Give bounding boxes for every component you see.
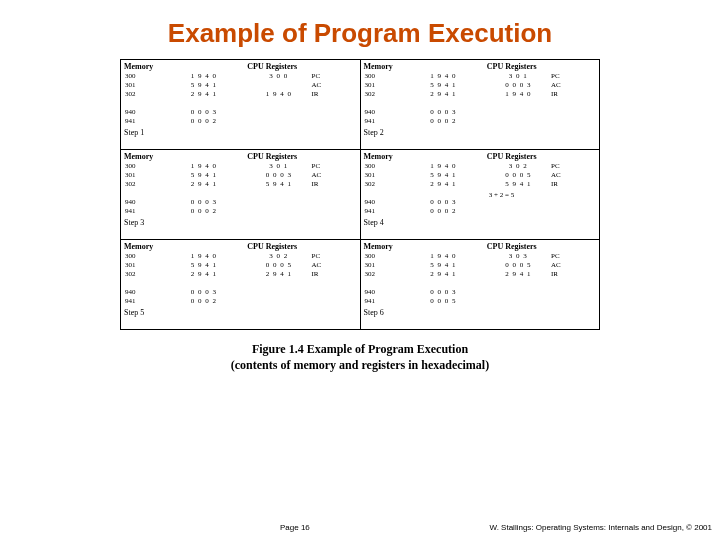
caption-line2: (contents of memory and registers in hex…: [231, 358, 489, 372]
memory-table: 3001 9 4 03015 9 4 13022 9 4 19400 0 0 3…: [124, 162, 233, 216]
memory-header: Memory: [124, 152, 233, 161]
cpu-header: CPU Registers: [247, 242, 356, 251]
memory-header: Memory: [364, 152, 473, 161]
slide-title: Example of Program Execution: [0, 0, 720, 53]
register-table: 3 0 3PC0 0 0 5AC2 9 4 1IR: [487, 252, 596, 279]
memory-table: 3001 9 4 03015 9 4 13022 9 4 19400 0 0 3…: [364, 252, 473, 306]
register-table: 3 0 2PC0 0 0 5AC5 9 4 1IR: [487, 162, 596, 189]
cpu-header: CPU Registers: [487, 152, 596, 161]
page-number: Page 16: [280, 523, 310, 532]
step-panel: Memory 3001 9 4 03015 9 4 13022 9 4 1940…: [124, 152, 357, 216]
memory-table: 3001 9 4 03015 9 4 13022 9 4 19400 0 0 3…: [364, 72, 473, 126]
memory-header: Memory: [364, 62, 473, 71]
step-label: Step 4: [364, 218, 597, 227]
memory-table: 3001 9 4 03015 9 4 13022 9 4 19400 0 0 3…: [124, 252, 233, 306]
step-label: Step 6: [364, 308, 597, 317]
step-label: Step 1: [124, 128, 357, 137]
step-label: Step 5: [124, 308, 357, 317]
step-panel: Memory 3001 9 4 03015 9 4 13022 9 4 1940…: [364, 62, 597, 126]
caption-line1: Figure 1.4 Example of Program Execution: [252, 342, 468, 356]
register-table: 3 0 1PC0 0 0 3AC1 9 4 0IR: [487, 72, 596, 99]
step-panel: Memory 3001 9 4 03015 9 4 13022 9 4 1940…: [364, 152, 597, 216]
cpu-header: CPU Registers: [247, 152, 356, 161]
step-panel: Memory 3001 9 4 03015 9 4 13022 9 4 1940…: [124, 62, 357, 126]
figure-caption: Figure 1.4 Example of Program Execution …: [120, 342, 600, 373]
figure: Memory 3001 9 4 03015 9 4 13022 9 4 1940…: [120, 59, 600, 373]
step-label: Step 2: [364, 128, 597, 137]
step-panel: Memory 3001 9 4 03015 9 4 13022 9 4 1940…: [124, 242, 357, 306]
cpu-header: CPU Registers: [487, 62, 596, 71]
memory-table: 3001 9 4 03015 9 4 13022 9 4 19400 0 0 3…: [364, 162, 473, 216]
register-table: 3 0 1PC0 0 0 3AC5 9 4 1IR: [247, 162, 356, 189]
memory-table: 3001 9 4 03015 9 4 13022 9 4 19400 0 0 3…: [124, 72, 233, 126]
register-table: 3 0 0PC AC1 9 4 0IR: [247, 72, 356, 99]
step-label: Step 3: [124, 218, 357, 227]
step-panel: Memory 3001 9 4 03015 9 4 13022 9 4 1940…: [364, 242, 597, 306]
cpu-header: CPU Registers: [247, 62, 356, 71]
step-grid: Memory 3001 9 4 03015 9 4 13022 9 4 1940…: [120, 59, 600, 330]
cpu-header: CPU Registers: [487, 242, 596, 251]
memory-header: Memory: [364, 242, 473, 251]
register-table: 3 0 2PC0 0 0 5AC2 9 4 1IR: [247, 252, 356, 279]
credit-line: W. Stallings: Operating Systems: Interna…: [490, 523, 712, 532]
memory-header: Memory: [124, 242, 233, 251]
memory-header: Memory: [124, 62, 233, 71]
